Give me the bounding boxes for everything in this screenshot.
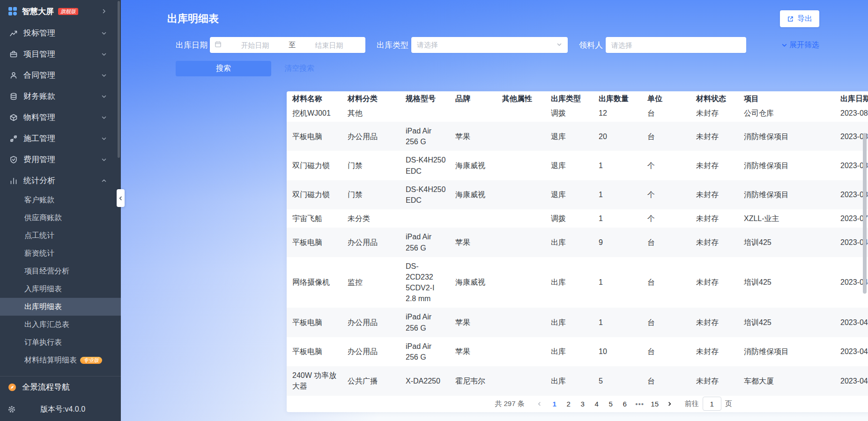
chevron-left-icon	[118, 196, 123, 201]
page-button[interactable]: 3	[576, 397, 589, 410]
table-cell	[450, 118, 497, 122]
column-header: 材料名称	[287, 93, 342, 104]
end-date-input[interactable]	[297, 41, 361, 49]
sidebar-subitem[interactable]: 订单执行表	[0, 333, 121, 351]
clear-search-link[interactable]: 清空搜索	[284, 64, 314, 74]
sidebar-subitem[interactable]: 出库明细表	[0, 298, 121, 316]
sidebar-item[interactable]: 合同管理	[0, 65, 121, 86]
table-cell: 海康威视	[450, 185, 497, 204]
table-cell: 未分类	[342, 209, 400, 228]
table-cell: 1	[593, 209, 642, 228]
start-date-input[interactable]	[223, 41, 287, 49]
pagination: 共 297 条 123456 ••• 15 前往 页	[287, 396, 868, 412]
table-cell: 宇宙飞船	[287, 209, 342, 228]
table-cell: 台	[642, 108, 690, 122]
table-cell	[450, 215, 497, 222]
sidebar-item[interactable]: 投标管理	[0, 22, 121, 44]
sidebar-item[interactable]: 财务账款	[0, 86, 121, 107]
sidebar-item[interactable]: 费用管理	[0, 149, 121, 170]
table-cell: 出库	[545, 342, 593, 361]
sidebar-item[interactable]: 统计分析	[0, 170, 121, 191]
table-cell: DS-K4H250 EDC	[400, 151, 450, 180]
sidebar-subitem[interactable]: 出入库汇总表	[0, 316, 121, 333]
table-cell: 个	[642, 156, 690, 175]
column-header: 规格型号	[400, 93, 450, 104]
table-cell: 平板电脑	[287, 342, 342, 361]
page-button[interactable]: 6	[618, 397, 631, 410]
pagination-ellipsis[interactable]: •••	[634, 400, 645, 408]
pagination-pages: 123456	[548, 397, 631, 410]
last-page-button[interactable]: 15	[648, 397, 661, 410]
column-header: 单位	[642, 93, 690, 104]
column-header: 出库日期	[835, 93, 868, 104]
sidebar-subitem[interactable]: 供应商账款	[0, 209, 121, 227]
table-cell: 未封存	[690, 313, 738, 332]
goto-page-input[interactable]	[703, 397, 721, 411]
table-cell: 培训425	[738, 233, 835, 251]
table-cell: 1	[593, 313, 642, 332]
picker-input[interactable]	[611, 41, 741, 49]
picker-input-box[interactable]	[606, 37, 746, 53]
sidebar-footer: 全景流程导航 版本号:v4.0.0	[0, 376, 121, 421]
table-cell: 退库	[545, 185, 593, 204]
table-cell	[497, 162, 545, 170]
page-header: 出库明细表 导出	[121, 0, 868, 27]
table-scrollbar[interactable]	[863, 133, 867, 294]
table-cell: 办公用品	[342, 127, 400, 146]
table-cell: iPad Air 256 G	[400, 122, 450, 151]
next-page-button[interactable]	[664, 397, 675, 410]
table-cell: 苹果	[450, 127, 497, 146]
sidebar-scrollbar[interactable]	[118, 1, 120, 158]
picker-filter-label: 领料人	[579, 40, 603, 51]
page-button[interactable]: 1	[548, 397, 561, 410]
type-filter-label: 出库类型	[377, 40, 408, 51]
table-cell: 海康威视	[450, 156, 497, 175]
search-button[interactable]: 搜索	[176, 61, 271, 76]
table-cell: 退库	[545, 127, 593, 146]
sidebar-subitem[interactable]: 材料结算明细表专业版	[0, 351, 121, 369]
chevron-left-icon	[537, 401, 542, 406]
table-cell: 公司仓库	[738, 108, 835, 122]
table-cell: 台	[642, 342, 690, 361]
goto-suffix-label: 页	[725, 399, 732, 408]
page-button[interactable]: 2	[562, 397, 575, 410]
table-cell: 退库	[545, 156, 593, 175]
expand-filters-link[interactable]: 展开筛选	[781, 40, 819, 50]
sidebar-subitem-label: 点工统计	[24, 231, 54, 241]
page-button[interactable]: 4	[590, 397, 603, 410]
sidebar-subitem[interactable]: 客户账款	[0, 191, 121, 209]
column-header: 出库类型	[545, 93, 593, 104]
table-cell: 出库	[545, 273, 593, 291]
table-cell: 平板电脑	[287, 127, 342, 146]
date-range-picker[interactable]: 至	[210, 37, 365, 53]
sidebar: 智慧大屏 旗舰版 投标管理项目管理合同管理财务账款物料管理施工管理费用管理统计分…	[0, 0, 121, 421]
table-cell: iPad Air 256 G	[400, 228, 450, 257]
table-cell	[497, 319, 545, 326]
table-cell: 未封存	[690, 209, 738, 228]
sidebar-subitem[interactable]: 入库明细表	[0, 280, 121, 298]
contract-user-icon	[9, 71, 18, 80]
sidebar-subitem[interactable]: 薪资统计	[0, 244, 121, 262]
export-button[interactable]: 导出	[780, 10, 819, 27]
sidebar-item[interactable]: 项目管理	[0, 44, 121, 65]
table-body: 挖机WJ001其他调拨12台未封存公司仓库2023-08-18曾祥龙平板电脑办公…	[287, 106, 868, 396]
outbound-type-select[interactable]: 请选择	[411, 37, 568, 53]
sidebar-collapse-handle[interactable]	[117, 189, 125, 207]
material-box-icon	[9, 113, 18, 122]
process-navigation-label: 全景流程导航	[22, 382, 70, 392]
table-row: 双门磁力锁门禁DS-K4H250 EDC海康威视退库1个未封存消防维保项目202…	[287, 151, 868, 180]
prev-page-button[interactable]	[534, 397, 545, 410]
sidebar-subitem[interactable]: 点工统计	[0, 227, 121, 244]
sidebar-subitem[interactable]: 项目经营分析	[0, 262, 121, 280]
sidebar-logo[interactable]: 智慧大屏 旗舰版	[0, 0, 121, 22]
page-button[interactable]: 5	[604, 397, 617, 410]
sidebar-item[interactable]: 施工管理	[0, 128, 121, 149]
gear-icon[interactable]	[7, 405, 16, 414]
page-title: 出库明细表	[167, 12, 219, 26]
table-header-row: 材料名称材料分类规格型号品牌其他属性出库类型出库数量单位材料状态项目出库日期领料…	[287, 91, 868, 106]
process-navigation-item[interactable]: 全景流程导航	[0, 376, 121, 398]
table-row: 宇宙飞船未分类调拨1个未封存XZLL-业主2023-07-15李峡	[287, 209, 868, 228]
date-filter-label: 出库日期	[176, 40, 208, 51]
sidebar-item[interactable]: 物料管理	[0, 107, 121, 128]
edition-badge: 旗舰版	[58, 8, 78, 15]
